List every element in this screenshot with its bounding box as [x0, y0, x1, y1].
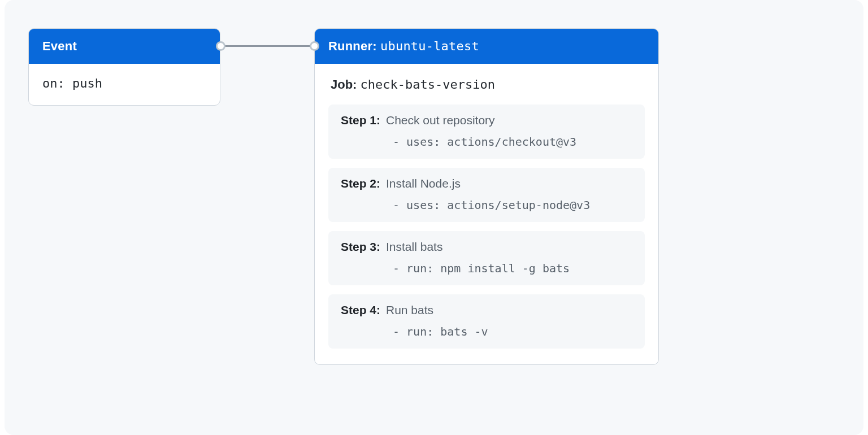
event-card-header: Event: [29, 29, 220, 64]
step-label: Step 1:: [341, 114, 380, 127]
event-trigger-key: on:: [42, 76, 65, 90]
step-block: Step 3: Install bats - run: npm install …: [328, 231, 645, 285]
event-header-title: Event: [42, 39, 77, 53]
step-title: Run bats: [386, 303, 433, 317]
step-block: Step 2: Install Node.js - uses: actions/…: [328, 168, 645, 222]
step-header: Step 3: Install bats: [341, 240, 632, 254]
job-value: check-bats-version: [361, 77, 495, 92]
diagram-canvas: Event on: push Runner: ubuntu-latest Job…: [5, 0, 863, 435]
step-code: - run: npm install -g bats: [341, 262, 632, 275]
step-block: Step 4: Run bats - run: bats -v: [328, 294, 645, 349]
event-card: Event on: push: [28, 28, 220, 106]
step-block: Step 1: Check out repository - uses: act…: [328, 105, 645, 159]
step-header: Step 1: Check out repository: [341, 114, 632, 127]
step-header: Step 2: Install Node.js: [341, 177, 632, 190]
runner-header-label: Runner:: [328, 39, 377, 53]
step-header: Step 4: Run bats: [341, 303, 632, 317]
step-label: Step 3:: [341, 240, 380, 254]
runner-card-body: Job: check-bats-version Step 1: Check ou…: [315, 64, 658, 364]
step-title: Install bats: [386, 240, 442, 254]
connector-dot-right: [310, 41, 319, 51]
runner-card: Runner: ubuntu-latest Job: check-bats-ve…: [314, 28, 659, 365]
job-label: Job:: [331, 77, 357, 92]
step-label: Step 4:: [341, 303, 380, 317]
step-code: - uses: actions/setup-node@v3: [341, 198, 632, 212]
job-line: Job: check-bats-version: [328, 77, 645, 94]
event-card-body: on: push: [29, 64, 220, 105]
connector-line: [220, 45, 314, 47]
runner-header-value: ubuntu-latest: [380, 39, 479, 53]
event-trigger-value: push: [72, 76, 102, 90]
step-title: Install Node.js: [386, 177, 461, 190]
step-label: Step 2:: [341, 177, 380, 190]
runner-card-header: Runner: ubuntu-latest: [315, 29, 658, 64]
step-code: - uses: actions/checkout@v3: [341, 135, 632, 149]
connector-dot-left: [216, 41, 225, 51]
step-code: - run: bats -v: [341, 325, 632, 338]
step-title: Check out repository: [386, 114, 495, 127]
